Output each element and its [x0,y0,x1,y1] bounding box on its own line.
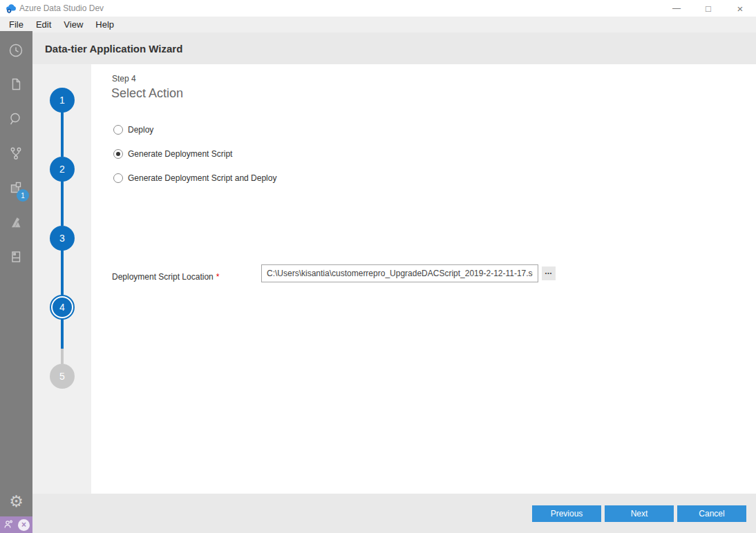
previous-button[interactable]: Previous [532,505,601,522]
step-connector [61,349,64,364]
required-asterisk: * [216,272,220,282]
radio-label: Deploy [128,125,153,135]
maximize-icon[interactable]: □ [692,0,724,17]
field-label-text: Deployment Script Location [112,272,214,282]
azure-data-studio-window: Azure Data Studio Dev — □ × File Edit Vi… [0,0,756,533]
wizard-step-2[interactable]: 2 [50,157,75,182]
wizard-step-5[interactable]: 5 [50,364,75,389]
radio-generate-script-and-deploy[interactable]: Generate Deployment Script and Deploy [113,173,276,184]
radio-deploy[interactable]: Deploy [113,124,153,135]
explorer-icon[interactable] [8,76,24,93]
menu-file[interactable]: File [3,17,30,32]
wizard-step-panel: 1 2 3 4 5 [32,64,91,494]
source-control-icon[interactable] [8,145,24,162]
wizard-title: Data-tier Application Wizard [32,43,182,55]
radio-label: Generate Deployment Script and Deploy [128,173,276,183]
radio-label: Generate Deployment Script [128,149,232,159]
app-logo-icon [6,3,17,14]
activity-bar: 1 ⚙ [0,31,32,516]
browse-button[interactable]: ••• [542,266,556,280]
cancel-button[interactable]: Cancel [677,505,746,522]
window-controls: — □ × [661,0,756,17]
settings-gear-icon[interactable]: ⚙ [0,492,32,511]
status-bar: × [0,516,37,533]
feedback-icon[interactable] [0,516,17,533]
search-icon[interactable] [8,110,24,127]
radio-button-icon[interactable] [113,173,123,183]
page-title: Select Action [111,86,183,101]
radio-button-selected-icon[interactable] [113,149,123,159]
menu-edit[interactable]: Edit [30,17,57,32]
radio-button-icon[interactable] [113,125,123,135]
title-bar: Azure Data Studio Dev — □ × [0,0,756,17]
wizard-step-3[interactable]: 3 [50,226,75,251]
wizard-page-content: Step 4 Select Action Deploy Generate Dep… [91,64,756,494]
azure-icon[interactable] [8,214,24,231]
history-icon[interactable] [8,42,24,59]
wizard-step-1[interactable]: 1 [50,88,75,113]
wizard-footer: Previous Next Cancel [32,494,756,533]
minimize-icon[interactable]: — [661,0,692,17]
step-label: Step 4 [112,74,136,84]
extensions-badge: 1 [17,189,29,202]
close-icon[interactable]: × [724,0,756,17]
radio-generate-deployment-script[interactable]: Generate Deployment Script [113,148,232,159]
next-button[interactable]: Next [605,505,674,522]
menu-bar: File Edit View Help [0,17,756,32]
window-title: Azure Data Studio Dev [19,0,104,17]
notebooks-icon[interactable] [8,249,24,265]
script-location-input[interactable] [261,264,538,282]
wizard-header: Data-tier Application Wizard [32,32,756,64]
wizard-step-4-current[interactable]: 4 [51,296,73,318]
error-badge-icon[interactable]: × [18,519,30,531]
menu-view[interactable]: View [57,17,89,32]
menu-help[interactable]: Help [89,17,120,32]
script-location-label: Deployment Script Location* [112,269,219,286]
